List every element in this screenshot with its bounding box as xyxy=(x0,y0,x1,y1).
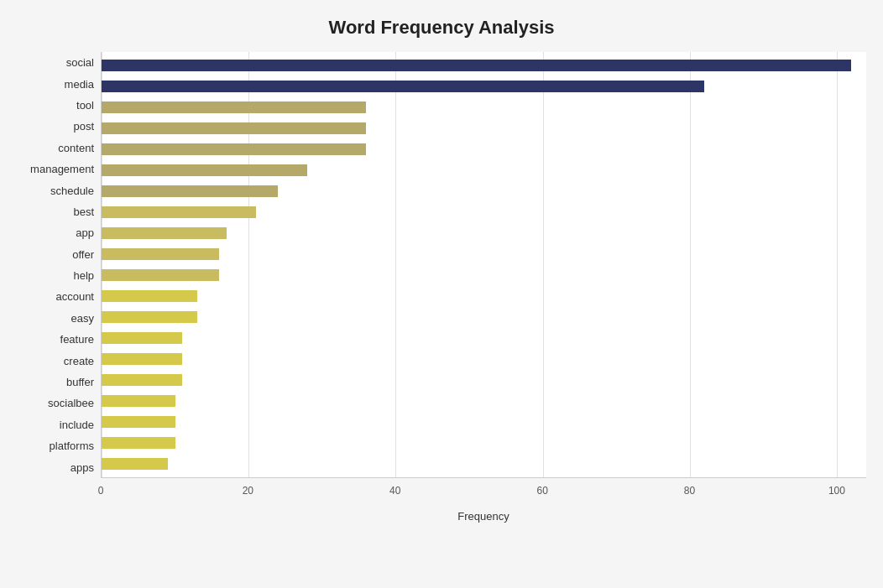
bar-management xyxy=(102,164,307,176)
bar-row-help xyxy=(102,265,866,286)
bar-row-tool xyxy=(102,97,866,118)
x-axis-labels: 020406080100 xyxy=(101,481,866,507)
x-tick-60: 60 xyxy=(536,485,547,497)
bar-app xyxy=(102,227,227,239)
chart-area: socialmediatoolpostcontentmanagementsche… xyxy=(17,52,866,523)
bar-buffer xyxy=(102,374,182,386)
x-tick-40: 40 xyxy=(389,485,400,497)
chart-title: Word Frequency Analysis xyxy=(17,17,866,39)
bar-row-media xyxy=(102,76,866,97)
bar-row-management xyxy=(102,160,866,181)
bar-row-apps xyxy=(102,453,866,474)
y-label-social: social xyxy=(66,57,94,68)
bars-and-grid xyxy=(101,52,866,478)
y-label-best: best xyxy=(73,206,94,217)
y-label-media: media xyxy=(65,79,94,90)
y-label-help: help xyxy=(73,270,94,281)
bar-account xyxy=(102,290,197,302)
y-label-management: management xyxy=(30,164,94,174)
bar-row-socialbee xyxy=(102,390,866,411)
y-label-content: content xyxy=(58,143,94,154)
bars-wrapper xyxy=(102,52,866,477)
bar-offer xyxy=(102,248,219,260)
y-label-buffer: buffer xyxy=(66,377,94,388)
x-axis-spacer xyxy=(17,481,101,507)
y-label-include: include xyxy=(60,419,94,430)
bar-schedule xyxy=(102,185,278,197)
bar-help xyxy=(102,269,219,281)
bar-row-app xyxy=(102,223,866,244)
bar-apps xyxy=(102,458,168,470)
y-label-account: account xyxy=(55,291,94,302)
bars-section: socialmediatoolpostcontentmanagementsche… xyxy=(17,52,866,478)
x-axis-spacer2 xyxy=(17,507,101,523)
chart-container: Word Frequency Analysis socialmediatoolp… xyxy=(0,0,883,588)
bar-row-schedule xyxy=(102,181,866,202)
bar-row-feature xyxy=(102,327,866,348)
bar-easy xyxy=(102,311,197,323)
x-tick-100: 100 xyxy=(828,485,845,497)
bar-include xyxy=(102,416,175,428)
bar-best xyxy=(102,206,256,218)
bar-row-offer xyxy=(102,244,866,265)
bar-row-content xyxy=(102,139,866,160)
y-label-post: post xyxy=(73,121,94,132)
bar-platforms xyxy=(102,437,175,449)
bar-row-social xyxy=(102,55,866,76)
y-label-platforms: platforms xyxy=(50,440,94,451)
y-label-easy: easy xyxy=(71,313,94,324)
y-label-create: create xyxy=(64,356,94,367)
x-tick-20: 20 xyxy=(243,485,253,497)
bar-feature xyxy=(102,332,182,344)
y-label-offer: offer xyxy=(72,249,94,260)
x-axis-section: 020406080100 xyxy=(17,481,866,507)
bar-row-include xyxy=(102,411,866,432)
bar-socialbee xyxy=(102,395,175,407)
bar-row-account xyxy=(102,285,866,306)
y-label-feature: feature xyxy=(60,334,94,345)
bar-row-best xyxy=(102,202,866,223)
bar-row-post xyxy=(102,118,866,139)
bar-post xyxy=(102,122,366,134)
bar-row-create xyxy=(102,348,866,369)
y-labels: socialmediatoolpostcontentmanagementsche… xyxy=(17,52,101,478)
y-label-tool: tool xyxy=(76,100,94,111)
x-axis-title-row: Frequency xyxy=(17,507,866,523)
y-label-app: app xyxy=(76,227,94,238)
bar-media xyxy=(102,81,704,92)
bar-tool xyxy=(102,101,366,113)
x-tick-80: 80 xyxy=(684,485,695,497)
y-label-socialbee: socialbee xyxy=(48,398,94,408)
y-label-apps: apps xyxy=(71,462,94,473)
bar-row-easy xyxy=(102,306,866,327)
bar-create xyxy=(102,353,182,365)
bar-content xyxy=(102,143,366,155)
y-label-schedule: schedule xyxy=(50,185,94,196)
x-tick-0: 0 xyxy=(98,485,104,497)
bar-row-buffer xyxy=(102,369,866,390)
x-axis-title: Frequency xyxy=(101,510,866,523)
bar-social xyxy=(102,60,851,71)
bar-row-platforms xyxy=(102,432,866,453)
